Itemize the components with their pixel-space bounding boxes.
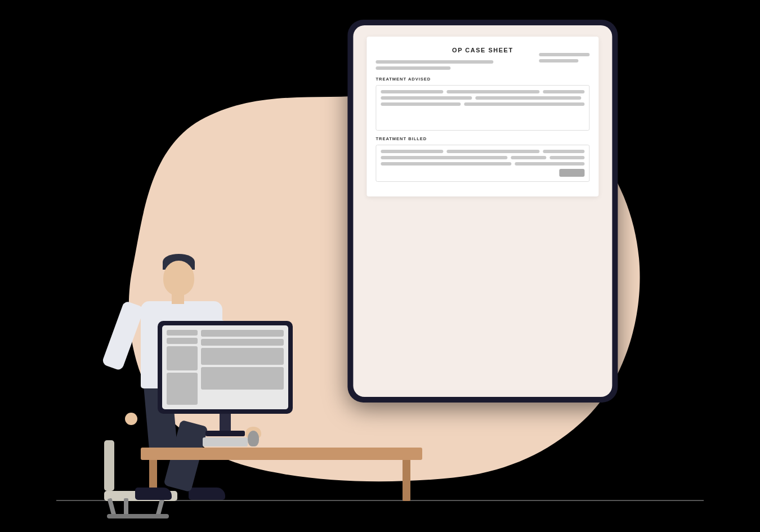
tablet-screen: OP CASE SHEET TREATMENT ADVISED xyxy=(353,25,612,397)
monitor xyxy=(158,321,293,414)
treatment-billed-row-3 xyxy=(381,162,584,166)
header-right-line-2 xyxy=(539,59,578,62)
screen-main-area xyxy=(201,330,284,405)
tablet-device: OP CASE SHEET TREATMENT ADVISED xyxy=(347,20,618,403)
treatment-advised-box xyxy=(375,85,589,131)
chair-base xyxy=(107,514,169,518)
monitor-base xyxy=(205,431,245,436)
screen-sidebar xyxy=(167,330,198,405)
keyboard xyxy=(203,437,248,446)
scene: OP CASE SHEET TREATMENT ADVISED xyxy=(0,0,760,532)
desktop-computer xyxy=(158,321,293,436)
section2-label: TREATMENT BILLED xyxy=(375,136,589,141)
treatment-advised-row-1 xyxy=(381,90,584,93)
desk-surface xyxy=(141,448,422,460)
desk-leg-right xyxy=(403,459,410,501)
doctor-shoe-left xyxy=(135,488,172,500)
document-action-button[interactable] xyxy=(559,169,584,177)
chair-back xyxy=(104,440,114,491)
treatment-billed-row-2 xyxy=(381,156,584,159)
treatment-billed-box xyxy=(375,145,589,182)
doctor-head xyxy=(163,261,194,296)
treatment-advised-row-2 xyxy=(381,96,584,100)
treatment-advised-row-3 xyxy=(381,102,584,106)
header-line-1 xyxy=(375,60,493,64)
header-right-line-1 xyxy=(539,53,589,56)
case-sheet-document: OP CASE SHEET TREATMENT ADVISED xyxy=(366,37,598,196)
monitor-stand xyxy=(220,414,231,431)
section1-label: TREATMENT ADVISED xyxy=(375,77,589,82)
computer-mouse xyxy=(248,431,259,446)
doctor-shoe-right xyxy=(189,488,225,500)
monitor-screen xyxy=(162,325,288,409)
doctor-hand-left xyxy=(125,413,137,425)
treatment-billed-row-1 xyxy=(381,150,584,153)
header-line-2 xyxy=(375,66,450,70)
